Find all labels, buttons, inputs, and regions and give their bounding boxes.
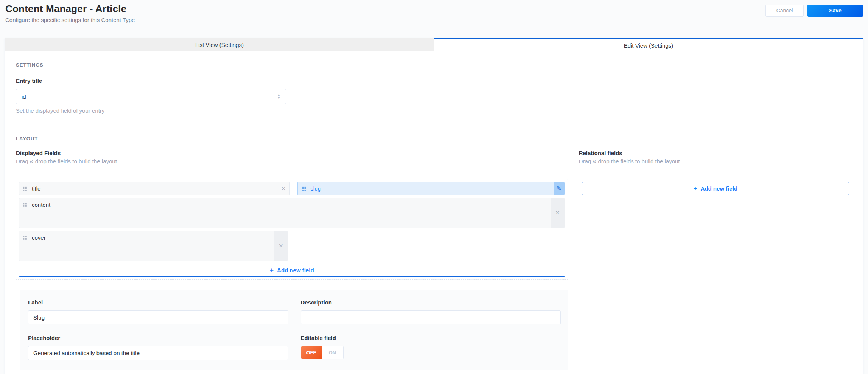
relational-fields-head: Relational fields Drag & drop the fields… xyxy=(579,150,852,164)
placeholder-field-label: Placeholder xyxy=(28,335,288,341)
description-field-group: Description xyxy=(301,299,561,324)
description-input[interactable] xyxy=(301,310,561,324)
field-chip-label: content xyxy=(32,202,50,208)
save-button[interactable]: Save xyxy=(807,5,863,17)
displayed-fields-head: Displayed Fields Drag & drop the fields … xyxy=(16,150,568,164)
relational-fields-subtitle: Drag & drop the fields to build the layo… xyxy=(579,158,852,164)
entry-title-select[interactable]: id ▲▼ xyxy=(16,89,286,104)
add-new-field-label: Add new field xyxy=(277,267,314,273)
field-chip-cover[interactable]: cover ✕ xyxy=(19,231,288,261)
settings-card: List View (Settings) Edit View (Settings… xyxy=(5,38,863,374)
placeholder-field-group: Placeholder xyxy=(28,335,288,360)
entry-title-help: Set the displayed field of your entry xyxy=(16,107,852,114)
settings-section-title: SETTINGS xyxy=(16,62,852,68)
plus-icon: + xyxy=(694,185,697,192)
edit-field-button[interactable]: ✎ xyxy=(554,182,565,195)
displayed-fields-subtitle: Drag & drop the fields to build the layo… xyxy=(16,158,568,164)
editable-field-label: Editable field xyxy=(301,335,561,341)
label-input[interactable] xyxy=(28,310,288,324)
field-chip-title[interactable]: title ✕ xyxy=(19,182,290,195)
drag-handle-icon[interactable] xyxy=(23,186,27,191)
form-row-2: Placeholder Editable field OFF ON xyxy=(28,335,561,360)
cancel-button[interactable]: Cancel xyxy=(765,5,804,17)
top-bar: Content Manager - Article Configure the … xyxy=(0,0,868,38)
drag-handle-icon[interactable] xyxy=(23,236,27,240)
add-new-field-button[interactable]: + Add new field xyxy=(19,264,565,277)
layout-columns: Displayed Fields Drag & drop the fields … xyxy=(16,150,852,280)
top-bar-actions: Cancel Save xyxy=(765,5,863,17)
form-row-1: Label Description xyxy=(28,299,561,324)
field-edit-form: Label Description Placeholder Editable f… xyxy=(20,290,568,370)
remove-field-button[interactable]: ✕ xyxy=(274,231,288,261)
layout-section-title: LAYOUT xyxy=(16,136,852,141)
close-icon: ✕ xyxy=(555,210,560,216)
page-heading: Content Manager - Article Configure the … xyxy=(5,3,135,23)
displayed-fields-dropzone: title ✕ slug ✎ content ✕ xyxy=(16,179,568,280)
field-chip-label: slug xyxy=(310,185,321,192)
section-divider xyxy=(16,125,852,125)
field-chip-label: cover xyxy=(32,234,46,241)
relational-fields-dropzone: + Add new field xyxy=(579,179,852,198)
label-field-label: Label xyxy=(28,299,288,306)
tab-edit-view-settings[interactable]: Edit View (Settings) xyxy=(434,38,863,51)
toggle-on-option[interactable]: ON xyxy=(322,346,343,359)
pencil-icon: ✎ xyxy=(556,185,561,192)
field-chip-content[interactable]: content ✕ xyxy=(19,198,565,228)
displayed-fields-title: Displayed Fields xyxy=(16,150,568,156)
close-icon: ✕ xyxy=(278,242,283,249)
page-title: Content Manager - Article xyxy=(5,3,135,15)
drag-handle-icon[interactable] xyxy=(302,186,306,191)
displayed-fields-column: Displayed Fields Drag & drop the fields … xyxy=(16,150,568,280)
field-row: title ✕ slug ✎ xyxy=(19,182,565,195)
page-subtitle: Configure the specific settings for this… xyxy=(5,17,135,23)
field-chip-slug[interactable]: slug ✎ xyxy=(297,182,565,195)
drag-handle-icon[interactable] xyxy=(23,203,27,207)
description-field-label: Description xyxy=(301,299,561,306)
toggle-off-option[interactable]: OFF xyxy=(301,346,322,359)
add-new-field-label: Add new field xyxy=(701,185,738,192)
editable-field-toggle: OFF ON xyxy=(301,346,344,359)
select-stepper-icon: ▲▼ xyxy=(277,94,280,99)
tab-list-view-settings[interactable]: List View (Settings) xyxy=(5,38,434,51)
entry-title-label: Entry title xyxy=(16,78,852,84)
relational-fields-column: Relational fields Drag & drop the fields… xyxy=(579,150,852,280)
field-chip-label: title xyxy=(32,185,40,192)
relational-fields-title: Relational fields xyxy=(579,150,852,156)
remove-field-button[interactable]: ✕ xyxy=(551,198,565,228)
add-new-relational-field-button[interactable]: + Add new field xyxy=(582,182,849,195)
plus-icon: + xyxy=(270,267,274,273)
close-icon[interactable]: ✕ xyxy=(281,186,286,191)
entry-title-select-value: id xyxy=(22,93,26,100)
view-tabs: List View (Settings) Edit View (Settings… xyxy=(5,38,863,51)
label-field-group: Label xyxy=(28,299,288,324)
card-body: SETTINGS Entry title id ▲▼ Set the displ… xyxy=(5,62,863,370)
placeholder-input[interactable] xyxy=(28,346,288,360)
editable-field-group: Editable field OFF ON xyxy=(301,335,561,360)
